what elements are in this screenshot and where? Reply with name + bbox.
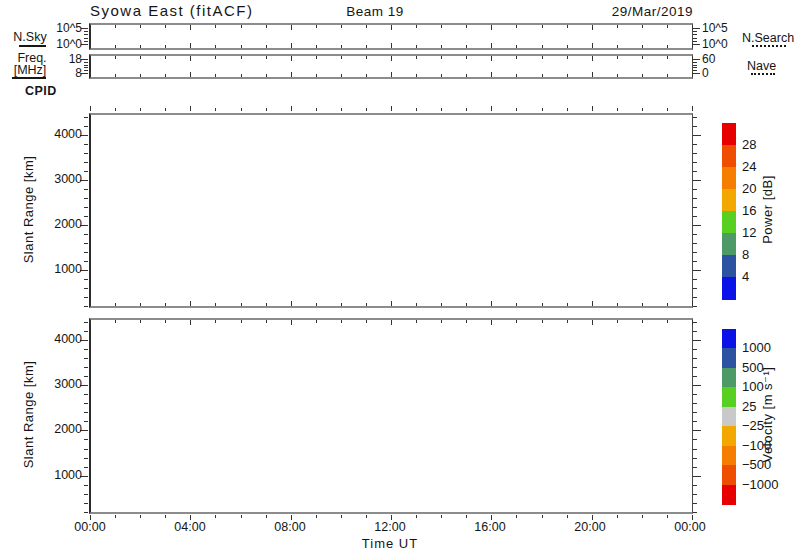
- x-tick: [215, 74, 216, 77]
- y-tick: [693, 144, 697, 145]
- x-tick: [491, 320, 492, 325]
- x-tick-label: 00:00: [63, 520, 117, 534]
- x-tick: [416, 25, 417, 28]
- y-tick: [84, 279, 88, 280]
- mini-y-tick: [693, 38, 697, 39]
- x-tick: [341, 56, 342, 59]
- x-tick: [140, 303, 141, 306]
- y-tick: [84, 216, 88, 217]
- y-tick: [84, 494, 88, 495]
- x-tick: [516, 25, 517, 28]
- x-tick: [642, 303, 643, 306]
- mini-y-tick: [693, 34, 697, 35]
- x-tick: [366, 515, 367, 518]
- y-tick: [693, 458, 697, 459]
- y-tick: [84, 421, 88, 422]
- y-tick: [693, 252, 697, 253]
- x-tick-label: 12:00: [363, 520, 417, 534]
- x-tick: [567, 74, 568, 77]
- x-tick: [592, 106, 593, 111]
- power-colorbar-tick-label: 16: [742, 203, 790, 218]
- x-tick: [441, 25, 442, 28]
- x-tick: [667, 108, 668, 111]
- x-tick: [617, 74, 618, 77]
- y-tick: [84, 288, 88, 289]
- mini-y-tick: [693, 62, 697, 63]
- superdarn-summary-plot: Syowa East (fitACF) Beam 19 29/Mar/2019 …: [0, 0, 800, 554]
- x-tick: [692, 106, 693, 111]
- y-tick: [84, 331, 88, 332]
- x-tick: [491, 106, 492, 111]
- x-tick: [491, 301, 492, 306]
- x-tick: [266, 45, 267, 48]
- x-tick: [241, 108, 242, 111]
- x-tick: [316, 56, 317, 59]
- y-tick: [693, 243, 697, 244]
- y-tick: [693, 503, 697, 504]
- x-tick: [491, 56, 492, 61]
- x-tick: [667, 303, 668, 306]
- y-tick: [693, 494, 697, 495]
- y-tick: [84, 198, 88, 199]
- y-tick: [84, 171, 88, 172]
- mini-y-tick: [693, 73, 700, 74]
- y-tick: [84, 349, 88, 350]
- y-tick: [693, 476, 701, 477]
- x-tick: [416, 56, 417, 59]
- x-tick: [567, 56, 568, 59]
- mini-y-tick: [693, 28, 700, 29]
- mini-y-tick: [84, 62, 88, 63]
- x-tick: [366, 45, 367, 48]
- y-tick-label: 4000: [36, 332, 82, 346]
- velocity-colorbar-tick-label: −1000: [742, 477, 790, 492]
- velocity-colorbar-tick-label: 100: [742, 379, 790, 394]
- nsearch-legend-dotted-line: [752, 45, 786, 47]
- time-axis-label: Time UT: [340, 536, 440, 551]
- y-tick: [693, 234, 697, 235]
- y-tick: [693, 358, 697, 359]
- y-tick: [84, 485, 88, 486]
- y-tick: [84, 234, 88, 235]
- y-tick: [693, 180, 701, 181]
- mini-y-tick-label: 10^0: [30, 37, 82, 51]
- y-tick: [84, 144, 88, 145]
- x-tick: [441, 515, 442, 518]
- y-tick: [693, 135, 701, 136]
- mini-y-tick: [84, 41, 88, 42]
- y-tick: [693, 306, 697, 307]
- x-tick: [291, 25, 292, 30]
- x-tick: [266, 320, 267, 323]
- x-tick: [542, 25, 543, 28]
- x-tick: [316, 320, 317, 323]
- mini-y-tick: [693, 44, 700, 45]
- mini-y-tick-label: 8: [30, 66, 82, 80]
- x-tick: [241, 515, 242, 518]
- x-tick: [190, 320, 191, 325]
- y-tick: [84, 126, 88, 127]
- y-tick: [84, 252, 88, 253]
- x-tick: [416, 320, 417, 323]
- x-tick: [617, 45, 618, 48]
- x-tick: [140, 25, 141, 28]
- mini-y-tick: [693, 70, 697, 71]
- y-tick: [84, 512, 88, 513]
- x-tick: [115, 303, 116, 306]
- mini-y-tick: [693, 67, 697, 68]
- x-tick: [441, 45, 442, 48]
- x-tick: [266, 303, 267, 306]
- x-tick: [592, 56, 593, 61]
- x-tick-label: 04:00: [163, 520, 217, 534]
- mini-y-tick: [84, 65, 88, 66]
- mini-y-tick-label: 10^5: [702, 21, 754, 35]
- x-tick: [165, 108, 166, 111]
- power-colorbar-tick-label: 28: [742, 137, 790, 152]
- x-tick: [416, 303, 417, 306]
- power-colorbar-segment: [722, 255, 736, 278]
- y-tick: [693, 189, 697, 190]
- power-colorbar-tick-label: 24: [742, 159, 790, 174]
- y-tick: [84, 403, 88, 404]
- x-tick: [516, 108, 517, 111]
- x-tick: [667, 56, 668, 59]
- x-tick: [567, 303, 568, 306]
- x-tick: [567, 515, 568, 518]
